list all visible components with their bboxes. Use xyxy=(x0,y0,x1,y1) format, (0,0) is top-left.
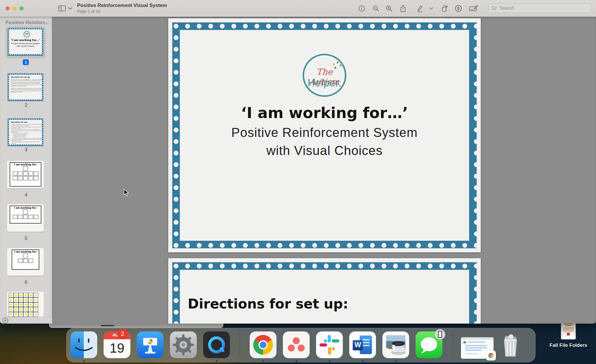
calendar-day: 19 xyxy=(104,340,130,356)
dock-slack-icon[interactable] xyxy=(316,331,343,358)
dock-word-icon[interactable]: W xyxy=(349,331,376,358)
thumbnail-page-4[interactable]: I am working for: xyxy=(7,161,44,188)
document-page-1: The Autism Helper. ‘I am working for…’ P… xyxy=(168,18,481,252)
dock-keynote-icon[interactable] xyxy=(137,331,164,358)
logo-line2: Helper. xyxy=(304,77,345,89)
rotate-button[interactable] xyxy=(440,4,450,13)
thumbnail-page-7[interactable]: ★★★★★★★★★★★★★★★★★★★★★★★★★★★★★★ xyxy=(7,292,44,317)
sidebar-toggle-button[interactable] xyxy=(57,4,67,13)
page-label-2: 2 xyxy=(0,102,52,108)
zoom-in-icon xyxy=(386,5,393,12)
page-label-3: 3 xyxy=(0,147,52,153)
page-number-badge: 1 xyxy=(23,59,29,65)
minimized-window-line xyxy=(468,341,485,343)
mouse-cursor xyxy=(123,189,130,197)
zoom-in-button[interactable] xyxy=(384,4,394,13)
chevron-down-icon xyxy=(68,7,72,10)
preview-window: Positive Reinforcement Visual System Pag… xyxy=(0,0,596,324)
board-title: I am working for: xyxy=(10,163,41,166)
document-page-2: Directions for set up: Decide how many ‘… xyxy=(168,258,481,324)
dock-trash-icon[interactable] xyxy=(497,331,524,358)
zoom-out-button[interactable] xyxy=(371,4,381,13)
messages-iphone-badge xyxy=(435,329,445,340)
minimized-window-titlebar xyxy=(461,337,494,340)
thumb4-board: I am working for: xyxy=(10,162,41,187)
thumbnail-page-6[interactable]: I am working for: xyxy=(7,248,44,276)
thumb-logo-red-line xyxy=(25,33,29,34)
running-indicator xyxy=(329,360,330,362)
markup-button[interactable] xyxy=(415,4,425,13)
running-indicator xyxy=(262,360,264,362)
running-indicator xyxy=(216,360,217,362)
minimize-button[interactable] xyxy=(13,6,17,10)
thumb7-star-grid: ★★★★★★★★★★★★★★★★★★★★★★★★★★★★★★ xyxy=(9,293,38,317)
dock-chrome-icon[interactable] xyxy=(250,331,276,358)
board-title: I am working for: xyxy=(10,207,41,209)
thumb-logo-teal-line xyxy=(26,34,28,35)
iphone-icon xyxy=(438,331,442,338)
page2-dot-border xyxy=(172,262,477,324)
document-view[interactable]: The Autism Helper. ‘I am working for…’ P… xyxy=(52,17,596,324)
search-icon xyxy=(492,6,497,10)
share-button[interactable] xyxy=(398,4,408,13)
page2-heading: Directions for set up: xyxy=(188,296,348,312)
logo-sparkle-yellow xyxy=(333,63,335,65)
dock-separator xyxy=(240,331,240,358)
thumbnail-page-3[interactable]: Directions for use: • Before starting wo… xyxy=(8,118,43,146)
thumb5-board: I am working for: xyxy=(10,206,41,224)
thumbnail-page-5[interactable]: I am working for: xyxy=(7,204,44,232)
running-indicator xyxy=(395,360,397,362)
page-indicator: Page 1 of 10 xyxy=(77,9,100,14)
dock-settings-icon[interactable] xyxy=(170,331,197,358)
dock-messages-icon[interactable] xyxy=(416,331,442,358)
page1-title: ‘I am working for…’ xyxy=(168,104,481,122)
zoom-out-icon xyxy=(372,5,379,12)
search-input[interactable]: Search xyxy=(488,3,591,13)
thumbnail-page-1[interactable]: ‘I am working for...’ Positive Reinforce… xyxy=(8,28,43,56)
word-letter: W xyxy=(353,341,363,349)
logo-sparkle-green xyxy=(340,65,341,66)
window-title: Positive Reinforcement Visual System xyxy=(77,3,167,8)
autism-helper-logo: The Autism Helper. xyxy=(303,54,346,97)
sidebar-document-title: Positive Reinforc... xyxy=(5,20,50,26)
page1-subtitle1: Positive Reinforcement System xyxy=(168,125,481,140)
calendar-notification-badge: 2 xyxy=(117,329,128,339)
thumbnail-page-2[interactable]: Directions for set up: Decide how many '… xyxy=(8,73,43,101)
form-fill-button[interactable] xyxy=(469,4,478,13)
thumb3-text: Directions for use: • Before starting wo… xyxy=(11,121,42,144)
close-button[interactable] xyxy=(6,6,10,10)
info-icon xyxy=(358,5,365,12)
chevron-down-icon xyxy=(430,7,433,10)
dock-calendar-icon[interactable]: AUG 19 2 xyxy=(104,331,130,358)
zoom-window-button[interactable] xyxy=(19,6,24,10)
minimized-window-line xyxy=(465,349,482,351)
running-indicator xyxy=(362,360,363,362)
minimized-window-line xyxy=(465,347,487,349)
thumbnail-sidebar: Positive Reinforc... ‘I am working for..… xyxy=(0,17,52,324)
page-label-5: 5 xyxy=(0,235,52,241)
dock-finder-icon[interactable] xyxy=(70,331,97,358)
sidebar-menu-button[interactable] xyxy=(67,4,73,13)
annotate-button[interactable] xyxy=(453,4,463,13)
page1-subtitle2: with Visual Choices xyxy=(168,143,481,158)
background-window-handle xyxy=(101,325,114,326)
markup-menu-button[interactable] xyxy=(428,4,435,13)
thumb1-subtitle: Positive Reinforcement System with Visua… xyxy=(9,42,42,47)
thumb2-text: Directions for set up: Decide how many '… xyxy=(11,76,42,94)
minimized-window-logo xyxy=(463,341,466,343)
dock-preview-icon[interactable] xyxy=(382,331,409,358)
dock-asana-icon[interactable] xyxy=(283,331,310,358)
dock-minimized-window[interactable] xyxy=(461,337,494,359)
dock: AUG 19 2 xyxy=(0,328,596,364)
pen-nib-icon xyxy=(455,5,462,12)
running-indicator xyxy=(83,360,85,362)
dock-quicktime-icon[interactable] xyxy=(203,331,230,358)
logo-sparkle-red xyxy=(337,62,338,63)
info-button[interactable] xyxy=(357,4,367,13)
sidebar-footer xyxy=(0,317,52,324)
thumb6-board: I am working for: xyxy=(12,249,39,270)
add-page-button[interactable] xyxy=(2,317,8,324)
board-title: I am working for: xyxy=(12,251,39,253)
markup-pen-icon xyxy=(416,5,423,12)
screen: Fall File Folders xyxy=(0,0,596,364)
